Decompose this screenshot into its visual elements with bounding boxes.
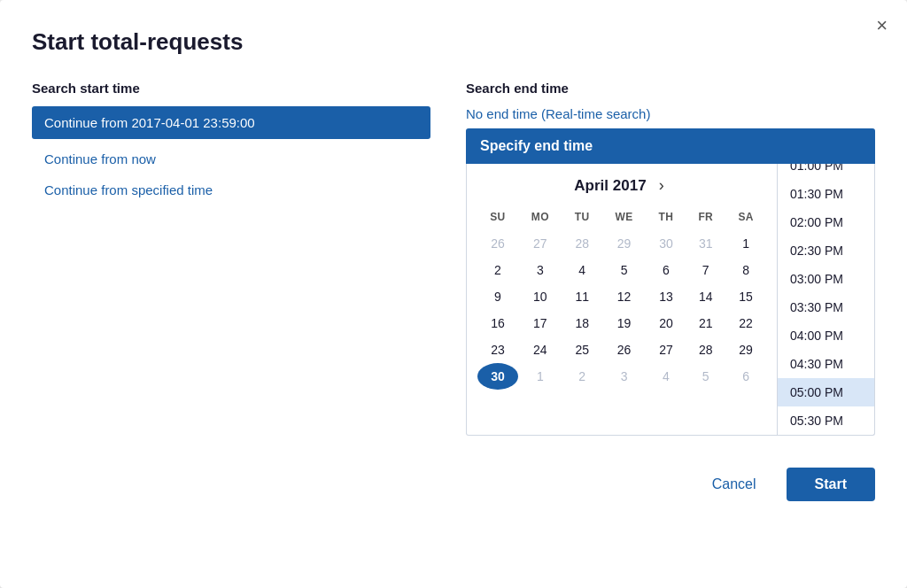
- left-panel: Search start time Continue from 2017-04-…: [32, 81, 466, 436]
- time-item[interactable]: 01:00 PM: [778, 164, 874, 180]
- cal-day[interactable]: 26: [602, 337, 647, 363]
- time-item[interactable]: 03:00 PM: [778, 265, 874, 293]
- cal-day[interactable]: 3: [602, 363, 647, 390]
- cal-weekday-we: WE: [602, 207, 647, 230]
- cancel-button[interactable]: Cancel: [696, 469, 772, 499]
- cal-day[interactable]: 9: [477, 283, 518, 310]
- cal-day[interactable]: 3: [518, 257, 562, 283]
- cal-day[interactable]: 10: [518, 283, 562, 310]
- right-panel: Search end time No end time (Real-time s…: [466, 81, 875, 436]
- calendar-year: 2017: [613, 177, 647, 194]
- dialog-title: Start total-requests: [32, 28, 875, 56]
- cal-day[interactable]: 16: [477, 310, 518, 337]
- time-item[interactable]: 01:30 PM: [778, 180, 874, 208]
- cal-day[interactable]: 6: [725, 363, 766, 390]
- calendar-month: April: [574, 177, 609, 194]
- cal-day[interactable]: 20: [647, 310, 686, 337]
- cal-day[interactable]: 2: [562, 363, 602, 390]
- cal-day[interactable]: 2: [477, 257, 518, 283]
- cal-day[interactable]: 4: [562, 257, 602, 283]
- calendar-container: April 2017 › SUMOTUWETHFRSA 262728293031…: [466, 164, 875, 436]
- time-item[interactable]: 04:00 PM: [778, 321, 874, 350]
- cal-day[interactable]: 6: [647, 257, 686, 283]
- cal-day[interactable]: 4: [647, 363, 686, 390]
- calendar-month-year: April 2017: [574, 177, 646, 195]
- close-button[interactable]: ×: [876, 16, 888, 35]
- dialog: × Start total-requests Search start time…: [0, 0, 907, 588]
- cal-weekday-fr: FR: [686, 207, 725, 230]
- cal-day[interactable]: 1: [725, 230, 766, 257]
- calendar-grid: SUMOTUWETHFRSA 2627282930311234567891011…: [477, 207, 766, 390]
- cal-day[interactable]: 29: [725, 337, 766, 363]
- cal-day[interactable]: 29: [602, 230, 647, 257]
- cal-day[interactable]: 25: [562, 337, 602, 363]
- cal-day[interactable]: 30: [647, 230, 686, 257]
- footer: Cancel Start: [32, 468, 875, 501]
- cal-day[interactable]: 12: [602, 283, 647, 310]
- time-item[interactable]: 05:00 PM: [778, 378, 874, 406]
- cal-weekday-sa: SA: [725, 207, 766, 230]
- cal-day[interactable]: 18: [562, 310, 602, 337]
- cal-day[interactable]: 28: [686, 337, 725, 363]
- cal-day[interactable]: 5: [602, 257, 647, 283]
- cal-weekday-tu: TU: [562, 207, 602, 230]
- cal-day[interactable]: 13: [647, 283, 686, 310]
- start-time-option-continue-from-date[interactable]: Continue from 2017-04-01 23:59:00: [32, 106, 430, 139]
- cal-day[interactable]: 7: [686, 257, 725, 283]
- time-item[interactable]: 04:30 PM: [778, 350, 874, 378]
- search-start-time-label: Search start time: [32, 81, 430, 96]
- content-row: Search start time Continue from 2017-04-…: [32, 81, 875, 436]
- no-end-time-option[interactable]: No end time (Real-time search): [466, 106, 875, 121]
- cal-day[interactable]: 8: [725, 257, 766, 283]
- cal-day[interactable]: 27: [647, 337, 686, 363]
- time-item[interactable]: 05:30 PM: [778, 406, 874, 435]
- cal-day[interactable]: 5: [686, 363, 725, 390]
- cal-day[interactable]: 19: [602, 310, 647, 337]
- start-time-options: Continue from 2017-04-01 23:59:00Continu…: [32, 106, 430, 205]
- cal-weekday-th: TH: [647, 207, 686, 230]
- time-list: 01:00 PM01:30 PM02:00 PM02:30 PM03:00 PM…: [777, 164, 874, 435]
- start-button[interactable]: Start: [787, 468, 875, 501]
- start-time-option-continue-from-specified[interactable]: Continue from specified time: [32, 175, 430, 205]
- cal-day[interactable]: 1: [518, 363, 562, 390]
- cal-day[interactable]: 26: [477, 230, 518, 257]
- time-item[interactable]: 02:00 PM: [778, 208, 874, 236]
- calendar-nav: April 2017 ›: [477, 176, 766, 195]
- time-item[interactable]: 03:30 PM: [778, 293, 874, 321]
- cal-day[interactable]: 21: [686, 310, 725, 337]
- time-item[interactable]: 02:30 PM: [778, 236, 874, 265]
- cal-day[interactable]: 30: [477, 363, 518, 390]
- start-time-option-continue-from-now[interactable]: Continue from now: [32, 144, 430, 174]
- cal-day[interactable]: 31: [686, 230, 725, 257]
- calendar-next-arrow[interactable]: ›: [654, 176, 670, 195]
- specify-end-time-header: Specify end time: [466, 128, 875, 164]
- cal-weekday-su: SU: [477, 207, 518, 230]
- cal-weekday-mo: MO: [518, 207, 562, 230]
- search-end-time-label: Search end time: [466, 81, 875, 96]
- cal-day[interactable]: 24: [518, 337, 562, 363]
- cal-day[interactable]: 17: [518, 310, 562, 337]
- cal-day[interactable]: 23: [477, 337, 518, 363]
- calendar-area: April 2017 › SUMOTUWETHFRSA 262728293031…: [467, 164, 777, 435]
- cal-day[interactable]: 11: [562, 283, 602, 310]
- cal-day[interactable]: 27: [518, 230, 562, 257]
- cal-day[interactable]: 22: [725, 310, 766, 337]
- cal-day[interactable]: 14: [686, 283, 725, 310]
- cal-day[interactable]: 28: [562, 230, 602, 257]
- cal-day[interactable]: 15: [725, 283, 766, 310]
